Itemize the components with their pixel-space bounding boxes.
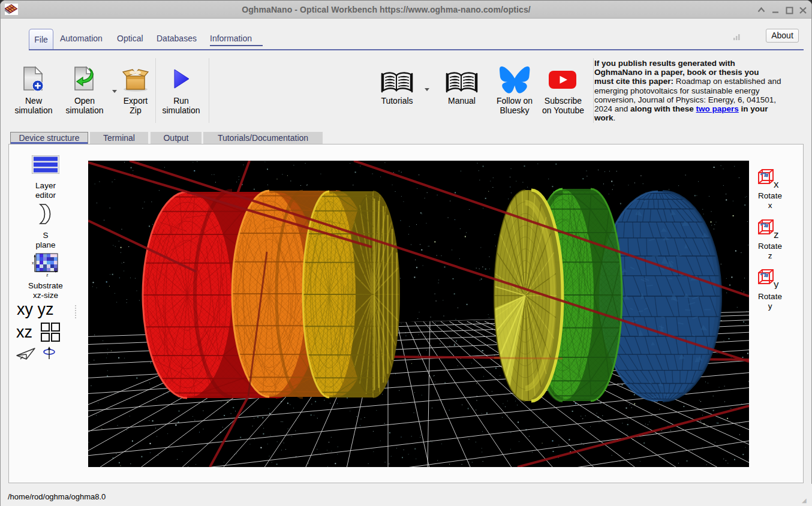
- svg-text:z: z: [46, 273, 49, 277]
- svg-text:x: x: [774, 179, 779, 189]
- svg-text:y: y: [774, 279, 779, 289]
- svg-text:z: z: [774, 229, 779, 239]
- svg-text:x: x: [32, 261, 34, 265]
